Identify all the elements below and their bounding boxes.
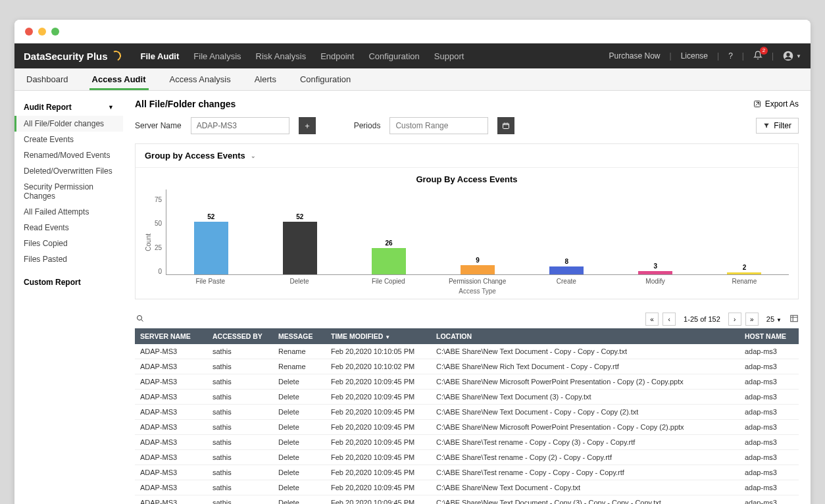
table-cell: sathis bbox=[207, 495, 273, 505]
search-icon[interactable] bbox=[135, 313, 145, 325]
bar-value: 3 bbox=[654, 263, 658, 270]
bar-column[interactable]: 3 bbox=[611, 189, 700, 274]
bar-category-label: File Paste bbox=[166, 275, 255, 285]
pager-next-button[interactable]: › bbox=[728, 313, 741, 326]
export-button[interactable]: Export As bbox=[753, 99, 799, 109]
subnav-item[interactable]: Access Audit bbox=[89, 69, 149, 90]
sidebar-item[interactable]: All File/Folder changes bbox=[14, 116, 123, 132]
notifications-icon[interactable]: 2 bbox=[753, 51, 762, 62]
table-row[interactable]: ADAP-MS3sathisDeleteFeb 20,2020 10:09:45… bbox=[135, 420, 799, 435]
bar-value: 9 bbox=[476, 257, 480, 264]
table-row[interactable]: ADAP-MS3sathisDeleteFeb 20,2020 10:09:45… bbox=[135, 435, 799, 450]
column-header[interactable]: ACCESSED BY bbox=[207, 328, 273, 344]
topnav-item[interactable]: Endpoint bbox=[320, 51, 354, 61]
column-settings-icon[interactable] bbox=[789, 314, 799, 324]
topnav-item[interactable]: Configuration bbox=[368, 51, 419, 61]
subnav-item[interactable]: Alerts bbox=[252, 69, 279, 89]
table-row[interactable]: ADAP-MS3sathisRenameFeb 20,2020 10:10:02… bbox=[135, 359, 799, 374]
column-header[interactable]: SERVER NAME bbox=[135, 328, 207, 344]
table-cell: ADAP-MS3 bbox=[135, 405, 207, 420]
close-window-button[interactable] bbox=[25, 28, 33, 36]
table-cell: adap-ms3 bbox=[739, 495, 799, 505]
topnav-item[interactable]: File Audit bbox=[141, 51, 180, 61]
bar-column[interactable]: 26 bbox=[344, 189, 433, 274]
table-row[interactable]: ADAP-MS3sathisDeleteFeb 20,2020 10:09:45… bbox=[135, 495, 799, 505]
page-size-select[interactable]: 25 ▼ bbox=[762, 315, 786, 323]
subnav-item[interactable]: Configuration bbox=[297, 69, 353, 89]
sidebar-header[interactable]: Audit Report ▼ bbox=[14, 99, 123, 116]
bar-column[interactable]: 9 bbox=[434, 189, 522, 274]
chart-panel-title: Group by Access Events bbox=[145, 151, 245, 161]
bar bbox=[194, 222, 228, 274]
app-window: DataSecurity Plus File AuditFile Analysi… bbox=[14, 20, 811, 504]
bar-category-label: File Copied bbox=[344, 275, 433, 285]
column-header[interactable]: MESSAGE bbox=[273, 328, 326, 344]
table-cell: C:\ABE Share\New Rich Text Document - Co… bbox=[431, 359, 739, 374]
sidebar-item[interactable]: Read Events bbox=[14, 220, 123, 236]
table-row[interactable]: ADAP-MS3sathisDeleteFeb 20,2020 10:09:45… bbox=[135, 405, 799, 420]
bar-column[interactable]: 52 bbox=[255, 189, 344, 274]
sidebar-item[interactable]: Files Copied bbox=[14, 236, 123, 251]
table-cell: Feb 20,2020 10:09:45 PM bbox=[326, 374, 431, 390]
window-titlebar bbox=[14, 20, 811, 43]
table-cell: Delete bbox=[273, 465, 326, 480]
maximize-window-button[interactable] bbox=[51, 28, 59, 36]
sidebar-item[interactable]: Files Pasted bbox=[14, 251, 123, 267]
periods-input[interactable] bbox=[389, 117, 488, 134]
pager-last-button[interactable]: » bbox=[745, 313, 759, 326]
table-row[interactable]: ADAP-MS3sathisDeleteFeb 20,2020 10:09:45… bbox=[135, 450, 799, 465]
table-row[interactable]: ADAP-MS3sathisDeleteFeb 20,2020 10:09:45… bbox=[135, 480, 799, 495]
bar bbox=[461, 265, 495, 274]
sidebar-item[interactable]: Renamed/Moved Events bbox=[14, 147, 123, 163]
topnav-item[interactable]: File Analysis bbox=[193, 51, 241, 61]
minimize-window-button[interactable] bbox=[38, 28, 46, 36]
table-row[interactable]: ADAP-MS3sathisDeleteFeb 20,2020 10:09:45… bbox=[135, 374, 799, 390]
topnav-item[interactable]: Risk Analysis bbox=[256, 51, 307, 61]
table-row[interactable]: ADAP-MS3sathisDeleteFeb 20,2020 10:09:45… bbox=[135, 465, 799, 480]
pager-range: 1-25 of 152 bbox=[680, 315, 724, 323]
user-menu[interactable]: ▼ bbox=[783, 51, 801, 61]
server-name-input[interactable] bbox=[191, 117, 289, 134]
help-icon[interactable]: ? bbox=[728, 51, 733, 61]
table-cell: sathis bbox=[207, 344, 273, 359]
bar-value: 26 bbox=[385, 239, 392, 247]
pager-first-button[interactable]: « bbox=[645, 313, 659, 326]
page-title: All File/Folder changes bbox=[135, 99, 236, 109]
table-cell: Rename bbox=[273, 344, 326, 359]
bar-value: 2 bbox=[743, 264, 747, 271]
table-cell: Feb 20,2020 10:09:45 PM bbox=[326, 480, 431, 495]
sidebar-item[interactable]: All Failed Attempts bbox=[14, 204, 123, 220]
content-area: All File/Folder changes Export As Server… bbox=[123, 91, 811, 504]
sidebar-item[interactable]: Deleted/Overwritten Files bbox=[14, 163, 123, 179]
bar-column[interactable]: 8 bbox=[522, 189, 611, 274]
bar-category-label: Create bbox=[522, 275, 611, 285]
custom-report-header[interactable]: Custom Report bbox=[14, 274, 123, 291]
calendar-button[interactable] bbox=[497, 117, 514, 134]
bar-category-label: Modify bbox=[611, 275, 699, 285]
add-server-button[interactable]: ＋ bbox=[299, 117, 316, 134]
column-header[interactable]: LOCATION bbox=[431, 328, 739, 344]
table-row[interactable]: ADAP-MS3sathisRenameFeb 20,2020 10:10:05… bbox=[135, 344, 799, 359]
table-cell: sathis bbox=[207, 480, 273, 495]
filter-button[interactable]: Filter bbox=[756, 118, 799, 134]
chart-panel-header[interactable]: Group by Access Events ⌄ bbox=[136, 144, 798, 168]
pager-prev-button[interactable]: ‹ bbox=[662, 313, 676, 326]
table-row[interactable]: ADAP-MS3sathisDeleteFeb 20,2020 10:09:45… bbox=[135, 390, 799, 405]
bar-column[interactable]: 52 bbox=[166, 189, 255, 274]
table-cell: adap-ms3 bbox=[739, 450, 799, 465]
column-header[interactable]: TIME MODIFIED▼ bbox=[326, 328, 431, 344]
subnav-item[interactable]: Dashboard bbox=[24, 69, 71, 89]
bar-column[interactable]: 2 bbox=[700, 189, 789, 274]
license-link[interactable]: License bbox=[681, 51, 708, 61]
column-header[interactable]: HOST NAME bbox=[739, 328, 799, 344]
topnav-item[interactable]: Support bbox=[434, 51, 464, 61]
svg-point-4 bbox=[138, 316, 142, 320]
sidebar-item[interactable]: Security Permission Changes bbox=[14, 179, 123, 204]
subnav-item[interactable]: Access Analysis bbox=[167, 69, 234, 89]
sidebar-item[interactable]: Create Events bbox=[14, 132, 123, 147]
y-tick: 75 bbox=[155, 196, 162, 203]
table-cell: Feb 20,2020 10:09:45 PM bbox=[326, 450, 431, 465]
separator: | bbox=[670, 51, 672, 61]
purchase-link[interactable]: Purchase Now bbox=[609, 51, 660, 61]
table-cell: Delete bbox=[273, 374, 326, 390]
